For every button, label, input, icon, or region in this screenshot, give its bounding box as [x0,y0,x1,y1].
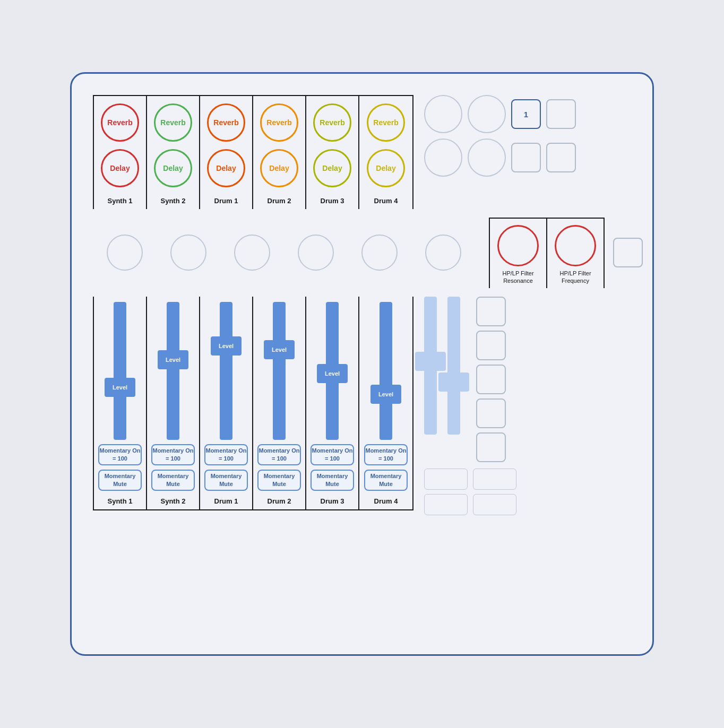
btn-right-3[interactable] [546,143,576,172]
fader-handle-drum4[interactable]: Level [370,385,401,404]
knob-cell-drum4 [417,231,470,274]
channels-top-group: Reverb Delay Synth 1 Reverb Delay Synth … [93,95,413,209]
btn-right-2[interactable] [511,143,541,172]
filter-resonance-col: HP/LP Filter Resonance [490,219,547,288]
right-bottom-btn-3[interactable] [424,494,468,515]
delay-btn-drum2[interactable]: Delay [260,149,298,187]
fader-col-synth2: Level Momentary On = 100 Momentary Mute … [147,297,200,509]
fader-track-inner-drum1 [220,302,232,440]
reverb-btn-drum1[interactable]: Reverb [207,103,245,142]
fader-handle-drum3[interactable]: Level [317,364,348,383]
right-bottom-btn-1[interactable] [424,469,468,490]
fader-col-drum4: Level Momentary On = 100 Momentary Mute … [359,297,412,509]
right-btn-col-2[interactable] [476,331,506,360]
filter-frequency-label: HP/LP Filter Frequency [555,270,596,285]
momentary-on-btn-drum2[interactable]: Momentary On = 100 [257,444,301,465]
fader-handle-synth2[interactable]: Level [158,350,188,369]
right-bottom-btn-4[interactable] [473,494,516,515]
momentary-mute-btn-drum4[interactable]: Momentary Mute [364,470,408,491]
momentary-mute-btn-drum2[interactable]: Momentary Mute [257,470,301,491]
knob-right-4[interactable] [468,138,506,177]
reverb-btn-drum4[interactable]: Reverb [367,103,405,142]
btn-right-mid-1[interactable] [613,238,643,267]
fader-label-drum2: Level [272,346,287,353]
channel-drum3-top: Reverb Delay Drum 3 [306,96,359,209]
fader-track-inner-synth1 [114,302,126,440]
knob-synth1[interactable] [107,235,143,271]
fader-handle-drum1[interactable]: Level [211,336,242,356]
fader-track-drum2: Level [273,302,286,440]
right-top-row1: 1 [424,95,576,133]
reverb-btn-drum3[interactable]: Reverb [313,103,351,142]
right-btn-col-5[interactable] [476,432,506,462]
knob-cell-drum2 [289,231,342,274]
knob-drum3[interactable] [361,235,398,271]
knob-synth2[interactable] [170,235,206,271]
filter-frequency-col: HP/LP Filter Frequency [547,219,604,288]
light-fader-handle-2[interactable] [438,372,469,392]
fader-handle-drum2[interactable]: Level [264,340,295,359]
momentary-on-btn-drum4[interactable]: Momentary On = 100 [364,444,408,465]
momentary-on-btn-synth1[interactable]: Momentary On = 100 [98,444,142,465]
fader-track-inner-synth2 [167,302,179,440]
knob-cell-synth1 [98,231,151,274]
fader-col-synth1: Level Momentary On = 100 Momentary Mute … [94,297,147,509]
fader-track-drum1: Level [220,302,232,440]
channels-bottom: Level Momentary On = 100 Momentary Mute … [93,297,413,510]
right-btn-col-1[interactable] [476,297,506,326]
momentary-on-btn-drum1[interactable]: Momentary On = 100 [204,444,248,465]
right-middle-btn [613,238,643,267]
momentary-on-btn-drum3[interactable]: Momentary On = 100 [311,444,354,465]
right-top-row2 [424,138,576,177]
right-btn-col-4[interactable] [476,398,506,428]
momentary-mute-btn-drum1[interactable]: Momentary Mute [204,470,248,491]
knob-right-3[interactable] [424,138,462,177]
btn-active-1[interactable]: 1 [511,99,541,129]
light-fader-1-wrapper [424,297,437,435]
knob-right-2[interactable] [468,95,506,133]
light-faders-row [424,297,516,462]
fader-label-synth2: Level [166,357,180,363]
midi-controller: Reverb Delay Synth 1 Reverb Delay Synth … [70,72,654,656]
delay-btn-drum4[interactable]: Delay [367,149,405,187]
fader-track-synth2: Level [167,302,179,440]
channel-synth2-top: Reverb Delay Synth 2 [147,96,200,209]
right-bottom-controls [424,297,516,515]
channel-knobs-row [93,231,475,274]
reverb-btn-synth1[interactable]: Reverb [101,103,139,142]
knob-drum2[interactable] [298,235,334,271]
delay-btn-synth1[interactable]: Delay [101,149,139,187]
filter-resonance-knob[interactable] [497,225,539,266]
delay-btn-synth2[interactable]: Delay [154,149,192,187]
knob-drum4[interactable] [425,235,461,271]
light-fader-2 [447,297,460,435]
momentary-mute-btn-synth2[interactable]: Momentary Mute [151,470,195,491]
right-btn-col-3[interactable] [476,365,506,394]
knob-right-1[interactable] [424,95,462,133]
btn-right-1[interactable] [546,99,576,129]
filter-resonance-label: HP/LP Filter Resonance [497,270,539,285]
light-fader-handle-1[interactable] [415,352,446,371]
reverb-btn-drum2[interactable]: Reverb [260,103,298,142]
fader-track-drum4: Level [380,302,392,440]
light-fader-2-wrapper [447,297,460,435]
fader-handle-synth1[interactable]: Level [105,378,135,397]
reverb-btn-synth2[interactable]: Reverb [154,103,192,142]
channels-bottom-group: Level Momentary On = 100 Momentary Mute … [93,297,413,510]
bottom-section: Level Momentary On = 100 Momentary Mute … [93,297,631,515]
channel-drum1-top: Reverb Delay Drum 1 [200,96,253,209]
filter-frequency-knob[interactable] [555,225,596,266]
fader-track-synth1: Level [114,302,126,440]
channel-label-drum1: Drum 1 [214,197,238,205]
right-bottom-btn-2[interactable] [473,469,516,490]
momentary-on-btn-synth2[interactable]: Momentary On = 100 [151,444,195,465]
momentary-mute-btn-drum3[interactable]: Momentary Mute [311,470,354,491]
knob-drum1[interactable] [234,235,270,271]
channel-synth1-top: Reverb Delay Synth 1 [94,96,147,209]
knob-cell-synth2 [162,231,215,274]
channel-label-drum4: Drum 4 [374,197,398,205]
fader-label-synth1: Level [113,384,127,391]
momentary-mute-btn-synth1[interactable]: Momentary Mute [98,470,142,491]
delay-btn-drum3[interactable]: Delay [313,149,351,187]
delay-btn-drum1[interactable]: Delay [207,149,245,187]
